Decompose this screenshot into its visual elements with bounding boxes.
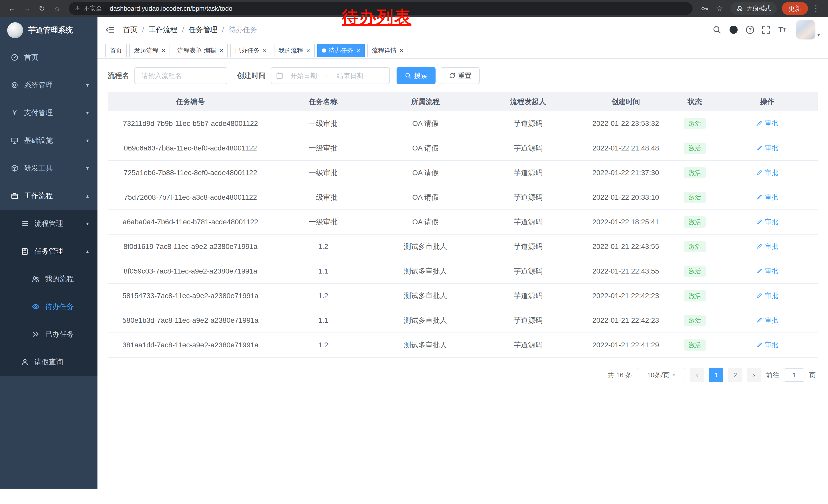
monitor-icon [11,137,18,144]
tab-process-form-edit[interactable]: 流程表单-编辑 × [173,44,228,57]
process-name-input[interactable] [134,67,227,84]
close-icon[interactable]: × [356,47,360,54]
key-icon[interactable] [698,4,711,12]
close-icon[interactable]: × [263,47,266,54]
page-button-1[interactable]: 1 [709,368,723,382]
table-row: 580e1b3d-7ac8-11ec-a9e2-a2380e71991a 1.1… [108,308,818,333]
reset-button[interactable]: 重置 [441,67,480,84]
browser-menu-icon[interactable]: ⋮ [809,5,823,12]
page-size-select[interactable]: 10条/页 ▾ [637,368,686,382]
help-icon[interactable]: ? [746,26,754,34]
todo-task-table: 任务编号 任务名称 所属流程 流程发起人 创建时间 状态 操作 73211d9d… [108,92,818,358]
sidebar-item-todo-tasks[interactable]: 待办任务 [0,293,97,320]
sidebar-item-my-processes[interactable]: 我的流程 [0,265,97,293]
close-icon[interactable]: × [219,47,223,54]
sidebar-item-done-tasks[interactable]: 已办任务 [0,320,97,348]
bookmark-star-icon[interactable]: ☆ [713,5,727,12]
briefcase-icon [11,192,18,200]
cell-create-time: 2022-01-21 22:42:23 [578,308,673,333]
page-button-2[interactable]: 2 [728,368,742,382]
cell-starter: 芋道源码 [478,283,578,308]
approve-link[interactable]: 审批 [756,144,778,152]
sidebar-item-dev-tools[interactable]: 研发工具 ▾ [0,154,97,182]
table-row: 381aa1dd-7ac8-11ec-a9e2-a2380e71991a 1.2… [108,333,818,357]
tags-view: 首页 发起流程 × 流程表单-编辑 × 已办任务 × 我的流程 × [97,43,828,59]
user-avatar-menu[interactable]: ▾ [796,20,820,40]
browser-back-icon[interactable]: ← [5,5,19,12]
app-logo[interactable]: 芋道管理系统 [0,17,97,44]
gear-icon [11,81,18,89]
tab-label: 已办任务 [235,46,259,55]
sidebar-item-payment-management[interactable]: ¥ 支付管理 ▾ [0,99,97,127]
close-icon[interactable]: × [162,47,165,54]
search-icon[interactable] [713,26,721,34]
breadcrumb-item-task-management[interactable]: 任务管理 [189,25,217,35]
calendar-icon [276,72,283,79]
app-title: 芋道管理系统 [28,25,73,35]
close-icon[interactable]: × [400,47,404,54]
approve-link[interactable]: 审批 [756,193,778,202]
approve-link[interactable]: 审批 [756,316,778,325]
tab-home[interactable]: 首页 [105,44,127,57]
process-name-label: 流程名 [108,71,129,81]
sidebar-item-process-management[interactable]: 流程管理 ▾ [0,210,97,237]
update-button[interactable]: 更新 [782,2,808,15]
sidebar-item-task-management[interactable]: 任务管理 ▴ [0,237,97,265]
menu-fold-icon[interactable] [106,26,114,34]
approve-link-label: 审批 [764,217,778,226]
approve-link[interactable]: 审批 [756,267,778,276]
approve-link[interactable]: 审批 [756,291,778,300]
refresh-icon [449,72,456,79]
sidebar-item-workflow[interactable]: 工作流程 ▴ [0,182,97,210]
approve-link-label: 审批 [764,267,778,276]
tab-my-processes[interactable]: 我的流程 × [274,44,315,57]
cell-task-name: 1.1 [273,259,373,283]
cell-actions: 审批 [717,210,818,234]
breadcrumb-item-workflow[interactable]: 工作流程 [149,25,177,35]
approve-link[interactable]: 审批 [756,217,778,226]
breadcrumb-item-home[interactable]: 首页 [123,25,137,35]
omnibox-divider [106,5,106,12]
cell-starter: 芋道源码 [478,136,578,161]
approve-link[interactable]: 审批 [756,119,778,128]
github-icon[interactable] [729,25,738,34]
fullscreen-icon[interactable] [762,26,771,34]
font-size-icon[interactable]: TT [778,26,786,34]
sidebar-item-system-management[interactable]: 系统管理 ▾ [0,71,97,99]
end-date-input[interactable] [331,72,370,80]
sidebar-item-leave-query[interactable]: 请假查询 [0,348,97,376]
goto-label: 前往 [766,371,779,380]
sidebar-item-infrastructure[interactable]: 基础设施 ▾ [0,127,97,154]
date-range-picker[interactable]: - [271,67,390,84]
goto-page-input[interactable] [784,368,804,382]
incognito-label: 无痕模式 [746,4,771,12]
edit-icon [756,219,762,225]
approve-link[interactable]: 审批 [756,340,778,350]
cell-process: 测试多审批人 [373,234,478,259]
browser-home-icon[interactable]: ⌂ [50,5,64,12]
prev-page-button[interactable]: ‹ [690,368,704,382]
tab-start-process[interactable]: 发起流程 × [129,44,170,57]
tab-todo-tasks[interactable]: 待办任务 × [317,44,365,57]
tab-done-tasks[interactable]: 已办任务 × [230,44,271,57]
avatar [796,20,816,40]
edit-icon [756,342,762,348]
browser-forward-icon[interactable]: → [20,5,34,12]
cell-status: 激活 [673,308,717,333]
browser-refresh-icon[interactable]: ↻ [35,5,49,12]
approve-link[interactable]: 审批 [756,242,778,251]
cell-actions: 审批 [717,185,818,210]
status-badge: 激活 [684,167,706,178]
edit-icon [756,194,762,200]
tab-process-detail[interactable]: 流程详情 × [367,44,408,57]
table-row: 73211d9d-7b9b-11ec-b5b7-acde48001122 一级审… [108,111,818,136]
close-icon[interactable]: × [306,47,310,54]
approve-link-label: 审批 [764,168,778,177]
sidebar-item-home[interactable]: 首页 [0,44,97,71]
next-page-button[interactable]: › [747,368,761,382]
start-date-input[interactable] [284,72,323,80]
cell-create-time: 2022-01-21 22:41:29 [578,333,673,357]
search-button[interactable]: 搜索 [397,67,436,84]
approve-link[interactable]: 审批 [756,168,778,177]
tab-label: 首页 [110,46,122,55]
